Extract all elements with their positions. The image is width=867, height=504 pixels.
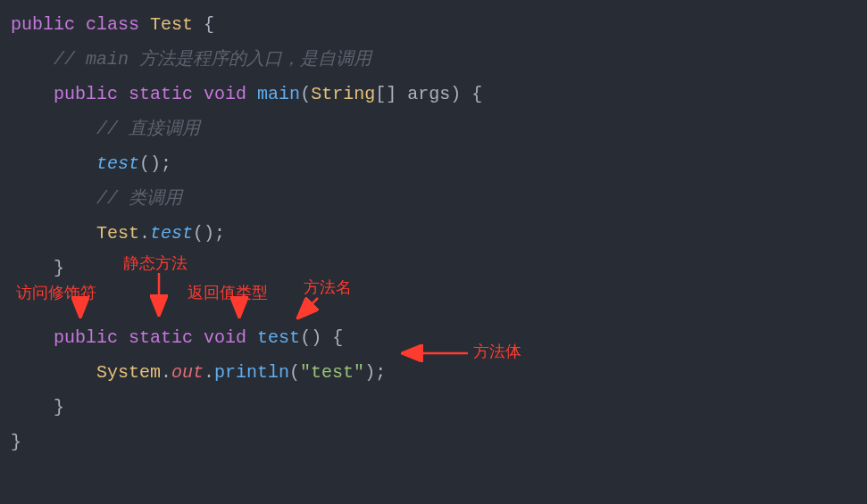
parens: () — [139, 153, 161, 174]
paren: ) — [450, 84, 461, 104]
brace: } — [11, 432, 21, 452]
call-test: test — [96, 153, 139, 174]
keyword-static: static — [129, 327, 193, 348]
code-line: // 直接调用 — [11, 112, 856, 146]
code-line — [11, 285, 856, 320]
keyword-public: public — [54, 327, 118, 348]
comment-text: 类调用 — [129, 188, 182, 209]
call-test: test — [150, 223, 193, 244]
class-name: Test — [150, 14, 193, 35]
comment-slashes: // — [54, 49, 75, 70]
semicolon: ; — [375, 362, 386, 383]
field-out: out — [171, 362, 204, 383]
class-ref-test: Test — [96, 223, 139, 244]
code-line: // 类调用 — [11, 181, 856, 216]
brace: { — [332, 327, 343, 348]
brace: { — [471, 84, 482, 104]
paren: ( — [289, 362, 300, 383]
semicolon: ; — [161, 153, 171, 174]
code-editor-view: public class Test { // main 方法是程序的入口，是自调… — [0, 0, 867, 467]
method-main: main — [257, 84, 300, 104]
comment-text: 直接调用 — [129, 119, 200, 139]
comment-main: main — [86, 49, 129, 70]
code-line: test(); — [11, 146, 856, 181]
keyword-void: void — [204, 327, 246, 348]
brace: } — [54, 397, 64, 417]
code-line: public class Test { — [11, 7, 856, 42]
comment-text: 方法是程序的入口，是自调用 — [139, 49, 371, 70]
semicolon: ; — [214, 223, 225, 244]
paren: ( — [300, 84, 311, 104]
comment-slashes: // — [96, 119, 118, 139]
call-println: println — [214, 362, 289, 383]
class-system: System — [96, 362, 161, 383]
code-line: } — [11, 251, 856, 285]
dot: . — [161, 362, 171, 383]
keyword-class: class — [86, 14, 139, 35]
dot: . — [204, 362, 214, 383]
code-line: // main 方法是程序的入口，是自调用 — [11, 42, 856, 77]
parens: () — [300, 327, 321, 348]
string-literal: "test" — [300, 362, 364, 383]
code-line: } — [11, 390, 856, 425]
parens: () — [193, 223, 214, 244]
code-line: public static void test() { — [11, 320, 856, 355]
paren: ) — [364, 362, 375, 383]
brace: } — [54, 258, 64, 278]
keyword-public: public — [11, 14, 75, 35]
type-string: String — [311, 84, 375, 104]
brackets: [] — [375, 84, 396, 104]
keyword-public: public — [54, 84, 118, 104]
code-line: Test.test(); — [11, 216, 856, 251]
keyword-void: void — [204, 84, 246, 104]
code-line: public static void main(String[] args) { — [11, 77, 856, 112]
brace: { — [204, 14, 214, 35]
code-line: System.out.println("test"); — [11, 355, 856, 390]
comment-slashes: // — [96, 188, 118, 209]
method-test: test — [257, 327, 300, 348]
keyword-static: static — [129, 84, 193, 104]
dot: . — [139, 223, 150, 244]
param-args: args — [407, 84, 450, 104]
code-line: } — [11, 425, 856, 459]
